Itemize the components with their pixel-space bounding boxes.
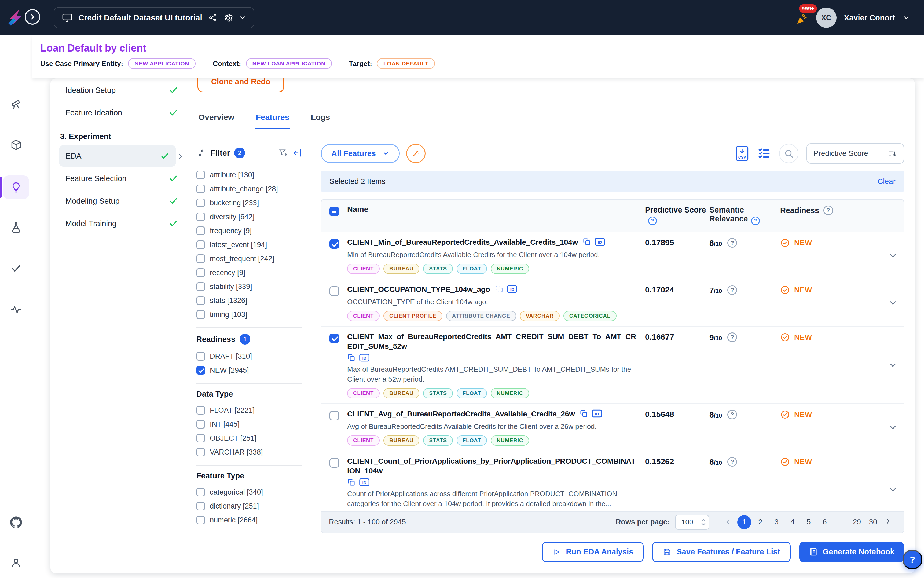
row-checkbox[interactable] (329, 458, 339, 468)
filter-option[interactable]: frequency [9] (196, 224, 302, 238)
magic-wand-button[interactable] (406, 144, 426, 163)
clone-and-redo-button[interactable]: Clone and Redo (198, 78, 284, 92)
id-badge-icon[interactable]: ID (592, 409, 602, 417)
relevance-help-icon[interactable]: ? (727, 410, 737, 419)
checkbox-icon[interactable] (196, 254, 205, 263)
id-badge-icon[interactable]: ID (507, 285, 517, 293)
page-button[interactable]: 1 (737, 515, 751, 529)
info-icon[interactable]: ? (648, 216, 657, 225)
sort-by-select[interactable]: Predictive Score (806, 143, 904, 164)
row-checkbox-checked[interactable] (329, 334, 339, 343)
filter-option[interactable]: stats [1326] (196, 294, 302, 307)
sidenav-item-ideation-setup[interactable]: Ideation Setup (59, 80, 185, 101)
row-checkbox[interactable] (329, 286, 339, 296)
filter-option[interactable]: FLOAT [2221] (196, 403, 302, 417)
id-badge-icon[interactable]: ID (359, 354, 370, 362)
save-features-button[interactable]: Save Features / Feature List (652, 542, 790, 562)
run-eda-analysis-button[interactable]: Run EDA Analysis (542, 542, 644, 562)
share-icon[interactable] (208, 13, 217, 22)
expand-row-chevron-icon[interactable] (888, 251, 898, 261)
flask-icon[interactable] (10, 222, 22, 234)
page-button[interactable]: 30 (866, 515, 880, 529)
filter-option[interactable]: latest_event [194] (196, 238, 302, 252)
checkbox-checked-icon[interactable] (196, 366, 205, 375)
checklist-icon[interactable] (757, 146, 771, 161)
lightbulb-icon[interactable] (10, 182, 22, 193)
user-menu-chevron-icon[interactable] (903, 14, 910, 21)
sidenav-item-modeling-setup[interactable]: Modeling Setup (59, 190, 185, 212)
rows-per-page-control[interactable] (675, 515, 709, 530)
expand-row-chevron-icon[interactable] (888, 423, 898, 432)
sidenav-item-eda[interactable]: EDA (59, 145, 176, 167)
sidenav-item-model-training[interactable]: Model Training (59, 213, 185, 234)
checkbox-icon[interactable] (196, 198, 205, 207)
checkbox-icon[interactable] (196, 296, 205, 305)
generate-notebook-button[interactable]: Generate Notebook (799, 542, 905, 562)
prev-page-button[interactable] (721, 515, 735, 529)
rows-per-page-input[interactable] (681, 517, 699, 527)
filter-option[interactable]: bucketing [233] (196, 196, 302, 210)
help-icon[interactable]: ? (823, 206, 833, 215)
stepper-icon[interactable] (701, 518, 706, 526)
filter-option-draft[interactable]: DRAFT [310] (196, 349, 302, 363)
filter-option[interactable]: numeric [2664] (196, 513, 302, 527)
checkbox-icon[interactable] (196, 406, 205, 415)
filter-option[interactable]: diversity [642] (196, 210, 302, 224)
checkbox-icon[interactable] (196, 488, 205, 497)
notifications-button[interactable]: 999+ (795, 9, 809, 26)
checkbox-icon[interactable] (196, 420, 205, 429)
expand-row-chevron-icon[interactable] (888, 298, 898, 308)
select-all-checkbox[interactable] (329, 207, 339, 216)
filter-option[interactable]: INT [445] (196, 417, 302, 431)
relevance-help-icon[interactable]: ? (727, 333, 737, 342)
search-button[interactable] (779, 144, 798, 163)
checkbox-icon[interactable] (196, 352, 205, 360)
relevance-help-icon[interactable]: ? (727, 457, 737, 467)
expand-row-chevron-icon[interactable] (888, 485, 898, 495)
checkbox-icon[interactable] (196, 170, 205, 179)
gear-icon[interactable] (223, 13, 233, 23)
csv-download-icon[interactable]: CSV (735, 145, 749, 162)
tab-features[interactable]: Features (255, 109, 290, 129)
filter-option[interactable]: VARCHAR [338] (196, 445, 302, 459)
feature-row[interactable]: CLIENT_Count_of_PriorApplications_by_Pri… (321, 451, 904, 511)
clear-selection-link[interactable]: Clear (878, 177, 896, 186)
checkbox-icon[interactable] (196, 185, 205, 193)
checkbox-icon[interactable] (196, 226, 205, 235)
checkbox-icon[interactable] (196, 448, 205, 456)
relevance-help-icon[interactable]: ? (727, 238, 737, 248)
copy-icon[interactable] (583, 238, 591, 246)
expand-row-chevron-icon[interactable] (888, 360, 898, 370)
next-page-button[interactable] (882, 515, 896, 529)
copy-icon[interactable] (580, 409, 588, 417)
avatar[interactable]: XC (816, 8, 836, 28)
checkbox-icon[interactable] (196, 310, 205, 319)
feature-row[interactable]: CLIENT_Max_of_BureauReportedCredits_AMT_… (321, 326, 904, 404)
relevance-help-icon[interactable]: ? (727, 285, 737, 295)
filter-option[interactable]: dictionary [251] (196, 499, 302, 513)
checkbox-icon[interactable] (196, 213, 205, 221)
filter-option[interactable]: stability [339] (196, 279, 302, 294)
checkbox-icon[interactable] (196, 240, 205, 249)
row-checkbox[interactable] (329, 411, 339, 421)
tab-overview[interactable]: Overview (198, 109, 235, 129)
expand-nav-chevron-icon[interactable] (176, 152, 185, 161)
filter-option[interactable]: attribute [130] (196, 168, 302, 182)
copy-icon[interactable] (347, 354, 355, 362)
checkbox-icon[interactable] (196, 282, 205, 291)
row-checkbox-checked[interactable] (329, 239, 339, 249)
info-icon[interactable]: ? (751, 216, 760, 225)
checkbox-icon[interactable] (196, 516, 205, 524)
chevron-down-icon[interactable] (239, 14, 246, 21)
sidebar-expand-toggle[interactable] (25, 9, 40, 25)
sidenav-item-feature-selection[interactable]: Feature Selection (59, 168, 185, 189)
id-badge-icon[interactable]: ID (359, 478, 370, 486)
activity-icon[interactable] (10, 304, 22, 315)
filter-option[interactable]: OBJECT [251] (196, 431, 302, 445)
app-logo-icon[interactable] (5, 8, 26, 28)
feature-row[interactable]: CLIENT_Avg_of_BureauReportedCredits_Avai… (321, 404, 904, 451)
clear-filters-icon[interactable] (279, 148, 288, 158)
filter-option[interactable]: most_frequent [242] (196, 252, 302, 266)
copy-icon[interactable] (495, 285, 503, 293)
id-badge-icon[interactable]: ID (595, 238, 605, 246)
